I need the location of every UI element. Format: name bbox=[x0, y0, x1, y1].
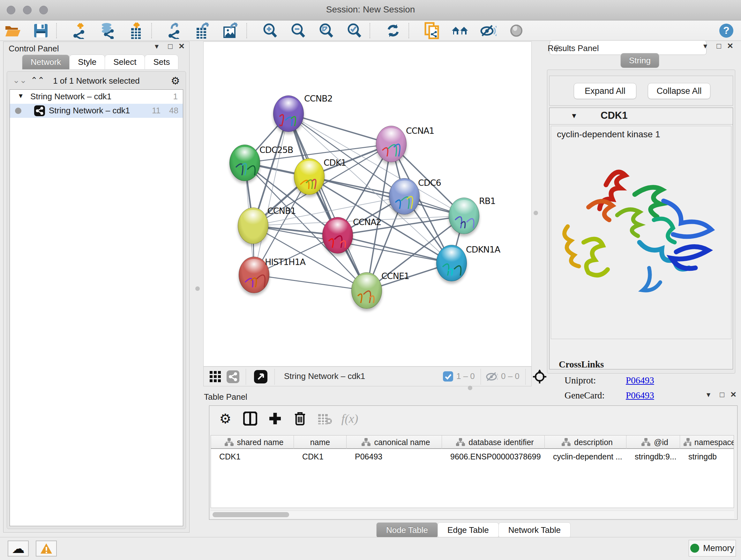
toolbar-separator bbox=[246, 23, 247, 38]
node-table[interactable]: shared namenamecanonical namedatabase id… bbox=[211, 435, 734, 508]
network-node-count: 11 bbox=[152, 106, 160, 116]
node-CCNE1[interactable] bbox=[351, 272, 382, 309]
node-RB1[interactable] bbox=[449, 198, 479, 234]
node-CCNB1[interactable] bbox=[238, 207, 268, 244]
grid-view-icon[interactable] bbox=[209, 371, 221, 383]
tab-style[interactable]: Style bbox=[69, 55, 105, 70]
cell-namespace[interactable]: stringdb bbox=[688, 452, 734, 461]
hide-selected-icon[interactable] bbox=[479, 22, 497, 39]
panel-float-icon[interactable]: □ bbox=[168, 42, 173, 51]
selected-checkbox-icon[interactable] bbox=[443, 371, 453, 381]
tab-sets[interactable]: Sets bbox=[145, 55, 179, 70]
cell-canonical-name[interactable]: P06493 bbox=[355, 452, 441, 461]
column-header-canonical-name[interactable]: canonical name bbox=[347, 435, 442, 449]
delete-table-icon bbox=[316, 410, 334, 427]
export-network-icon[interactable] bbox=[166, 22, 184, 39]
zoom-in-icon[interactable] bbox=[261, 22, 279, 39]
gear-icon[interactable]: ⚙ bbox=[216, 410, 234, 427]
node-label-CCNA2: CCNA2 bbox=[353, 217, 381, 227]
column-header-database-identifier[interactable]: database identifier bbox=[442, 435, 545, 449]
table-close-icon[interactable]: ✕ bbox=[730, 390, 737, 399]
import-network-database-icon[interactable] bbox=[99, 22, 117, 39]
node-CDC25B[interactable] bbox=[229, 145, 260, 181]
save-session-icon[interactable] bbox=[32, 22, 50, 39]
tab-node-table[interactable]: Node Table bbox=[376, 522, 438, 538]
node-CCNA1[interactable] bbox=[376, 126, 407, 162]
refresh-icon[interactable] bbox=[384, 22, 402, 39]
result-node-description: cyclin-dependent kinase 1 bbox=[557, 129, 660, 139]
delete-column-icon[interactable] bbox=[291, 410, 309, 427]
import-table-icon[interactable] bbox=[127, 22, 145, 39]
toolbar-separator bbox=[56, 23, 57, 38]
node-structure-thumbnail bbox=[379, 134, 403, 157]
duplicate-network-icon[interactable] bbox=[423, 22, 441, 39]
node-CDK1[interactable] bbox=[294, 159, 325, 195]
right-splitter-handle[interactable] bbox=[534, 211, 538, 215]
cell-shared-name[interactable]: CDK1 bbox=[219, 452, 293, 461]
results-close-icon[interactable]: ✕ bbox=[727, 42, 733, 51]
crosslink-link[interactable]: P06493 bbox=[626, 375, 654, 386]
expand-all-button[interactable]: Expand All bbox=[574, 83, 636, 99]
zoom-out-icon[interactable] bbox=[289, 22, 307, 39]
tab-select[interactable]: Select bbox=[105, 55, 145, 70]
table-collapse-icon[interactable]: ▾ bbox=[706, 390, 711, 399]
scrollbar-thumb[interactable] bbox=[212, 512, 289, 517]
tree-expander-icon[interactable]: ▼ bbox=[17, 92, 24, 100]
column-header-name[interactable]: name bbox=[294, 435, 347, 449]
tab-edge-table[interactable]: Edge Table bbox=[437, 522, 499, 538]
columns-icon[interactable] bbox=[241, 410, 259, 427]
column-header-shared-name[interactable]: shared name bbox=[211, 435, 294, 449]
memory-button[interactable]: Memory bbox=[689, 540, 736, 557]
zoom-fit-icon[interactable] bbox=[317, 22, 335, 39]
panel-collapse-icon[interactable]: ▾ bbox=[155, 42, 158, 51]
network-collection-row[interactable]: ▼ String Network – cdk1 1 bbox=[10, 90, 183, 104]
cell-name[interactable]: CDK1 bbox=[302, 452, 345, 461]
first-neighbors-icon[interactable] bbox=[451, 22, 469, 39]
warning-status-icon[interactable] bbox=[36, 541, 57, 557]
network-current-dot-icon bbox=[15, 108, 21, 114]
results-float-icon[interactable]: □ bbox=[717, 42, 722, 51]
open-session-icon[interactable] bbox=[4, 22, 22, 39]
add-column-icon[interactable] bbox=[266, 410, 284, 427]
help-icon[interactable]: ? bbox=[718, 22, 735, 39]
annotation-mode-icon[interactable] bbox=[254, 370, 267, 383]
node-CCNB2[interactable] bbox=[273, 96, 304, 132]
network-canvas[interactable]: CCNB2CCNA1CDC25BCDK1CDC6RB1CCNB1CCNA2CDK… bbox=[203, 42, 532, 367]
show-all-icon[interactable] bbox=[508, 22, 525, 39]
network-share-icon bbox=[34, 105, 45, 116]
results-collapse-icon[interactable]: ▾ bbox=[703, 42, 707, 51]
column-header-namespace[interactable]: namespace bbox=[680, 435, 734, 449]
import-network-file-icon[interactable] bbox=[71, 22, 89, 39]
share-view-icon[interactable] bbox=[226, 370, 239, 383]
node-CDKN1A[interactable] bbox=[436, 245, 467, 281]
section-expander-icon[interactable]: ▼ bbox=[570, 112, 578, 120]
tab-network[interactable]: Network bbox=[22, 55, 70, 70]
table-float-icon[interactable]: □ bbox=[720, 390, 725, 399]
table-horizontal-scrollbar[interactable] bbox=[211, 510, 734, 518]
edge-HIST1H1A-CCNE1[interactable] bbox=[254, 275, 367, 291]
crosslinks-title: CrossLinks bbox=[559, 359, 728, 375]
horizontal-splitter-handle[interactable] bbox=[468, 386, 472, 390]
collapse-all-button[interactable]: Collapse All bbox=[648, 83, 711, 99]
cell-@id[interactable]: stringdb:9... bbox=[635, 452, 679, 461]
left-splitter-handle[interactable] bbox=[195, 287, 200, 291]
zoom-selected-icon[interactable] bbox=[345, 22, 363, 39]
edge-CCNB2-CCNA1[interactable] bbox=[288, 114, 391, 144]
column-header-description[interactable]: description bbox=[545, 435, 626, 449]
network-row-selected[interactable]: String Network – cdk1 11 48 bbox=[10, 104, 183, 118]
export-table-icon[interactable] bbox=[194, 22, 212, 39]
column-header-@id[interactable]: @id bbox=[626, 435, 680, 449]
tab-network-table[interactable]: Network Table bbox=[498, 522, 570, 538]
node-CDC6[interactable] bbox=[389, 178, 420, 214]
cell-description[interactable]: cyclin-dependent ... bbox=[553, 452, 625, 461]
panel-close-icon[interactable]: ✕ bbox=[179, 42, 185, 51]
result-section-header[interactable]: ▼ CDK1 bbox=[549, 108, 733, 125]
edge-CCNB2-HIST1H1A[interactable] bbox=[254, 114, 288, 275]
export-image-icon[interactable] bbox=[222, 22, 240, 39]
network-list: ▼ String Network – cdk1 1 String Network… bbox=[10, 89, 183, 526]
cell-database-identifier[interactable]: 9606.ENSP00000378699 bbox=[450, 452, 543, 461]
node-CCNA2[interactable] bbox=[322, 217, 353, 253]
network-options-gear-icon[interactable]: ⚙ bbox=[171, 75, 180, 87]
results-tab-string[interactable]: String bbox=[620, 53, 659, 68]
cloud-status-icon[interactable]: ☁ bbox=[8, 541, 29, 557]
